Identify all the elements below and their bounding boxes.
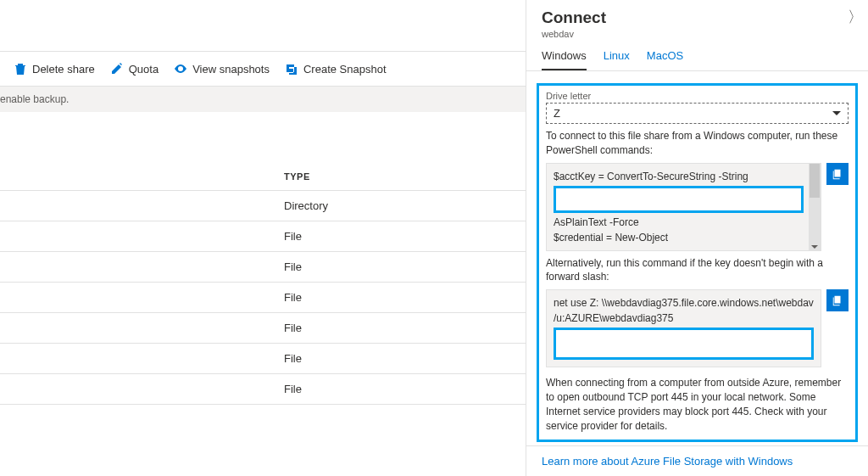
copy-icon bbox=[832, 168, 843, 180]
port-note: When connecting from a computer from out… bbox=[546, 376, 849, 433]
create-snapshot-label: Create Snapshot bbox=[303, 63, 387, 76]
tab-windows[interactable]: Windows bbox=[542, 49, 587, 70]
view-snapshots-label: View snapshots bbox=[192, 63, 270, 76]
panel-header: Connect webdav 〉 bbox=[526, 0, 868, 39]
table-row[interactable]: File bbox=[0, 221, 526, 252]
connect-panel: Connect webdav 〉 Windows Linux MacOS Dri… bbox=[526, 0, 868, 476]
code-line: $credential = New-Object bbox=[554, 230, 804, 245]
view-snapshots-button[interactable]: View snapshots bbox=[174, 62, 270, 76]
table-row[interactable]: File bbox=[0, 344, 526, 374]
drive-letter-select[interactable]: Z bbox=[546, 103, 849, 124]
scrollbar-thumb[interactable] bbox=[810, 164, 820, 198]
code-line: net use Z: \\webdavdiag375.file.core.win… bbox=[554, 295, 814, 326]
panel-body: Drive letter Z To connect to this file s… bbox=[526, 71, 868, 445]
delete-share-label: Delete share bbox=[32, 63, 95, 76]
table-row[interactable]: Directory bbox=[0, 191, 526, 221]
powershell-code-block[interactable]: $acctKey = ConvertTo-SecureString -Strin… bbox=[546, 163, 821, 251]
quota-button[interactable]: Quota bbox=[110, 62, 159, 76]
info-bar: enable backup. bbox=[0, 87, 526, 112]
snapshot-icon bbox=[285, 62, 298, 76]
drive-letter-value: Z bbox=[554, 107, 560, 120]
os-tabs: Windows Linux MacOS bbox=[526, 39, 868, 71]
close-icon[interactable]: 〉 bbox=[848, 7, 863, 27]
scroll-down-icon[interactable] bbox=[811, 245, 818, 249]
table-row[interactable]: File bbox=[0, 374, 526, 405]
table-header-type: TYPE bbox=[0, 163, 526, 191]
drive-letter-label: Drive letter bbox=[546, 91, 849, 101]
file-table: TYPE Directory File File File File File … bbox=[0, 163, 526, 405]
eye-icon bbox=[174, 62, 187, 76]
netuse-code-block[interactable]: net use Z: \\webdavdiag375.file.core.win… bbox=[546, 289, 821, 367]
scrollbar[interactable] bbox=[809, 164, 821, 250]
redacted-key-field bbox=[554, 328, 814, 360]
copy-button[interactable] bbox=[826, 289, 849, 311]
code-line: AsPlainText -Force bbox=[554, 215, 804, 230]
alt-instructions: Alternatively, run this command if the k… bbox=[546, 256, 849, 285]
copy-icon bbox=[832, 294, 843, 306]
panel-subtitle: webdav bbox=[542, 29, 853, 39]
pencil-icon bbox=[110, 62, 124, 76]
tab-linux[interactable]: Linux bbox=[604, 49, 630, 70]
copy-button[interactable] bbox=[826, 163, 849, 185]
table-row[interactable]: File bbox=[0, 283, 526, 313]
tab-macos[interactable]: MacOS bbox=[647, 49, 683, 70]
table-row[interactable]: File bbox=[0, 313, 526, 344]
trash-icon bbox=[14, 62, 27, 76]
chevron-down-icon bbox=[832, 111, 841, 115]
quota-label: Quota bbox=[129, 63, 159, 76]
code-line: $acctKey = ConvertTo-SecureString -Strin… bbox=[554, 169, 804, 184]
create-snapshot-button[interactable]: Create Snapshot bbox=[285, 62, 387, 76]
toolbar: Delete share Quota View snapshots Create… bbox=[0, 51, 526, 87]
powershell-instructions: To connect to this file share from a Win… bbox=[546, 129, 849, 158]
table-row[interactable]: File bbox=[0, 252, 526, 283]
main-content: Delete share Quota View snapshots Create… bbox=[0, 0, 526, 476]
learn-more-link[interactable]: Learn more about Azure File Storage with… bbox=[526, 445, 868, 476]
highlight-section-1: Drive letter Z To connect to this file s… bbox=[537, 83, 858, 442]
redacted-key-field bbox=[554, 186, 804, 213]
delete-share-button[interactable]: Delete share bbox=[14, 62, 95, 76]
panel-title: Connect bbox=[542, 8, 853, 27]
